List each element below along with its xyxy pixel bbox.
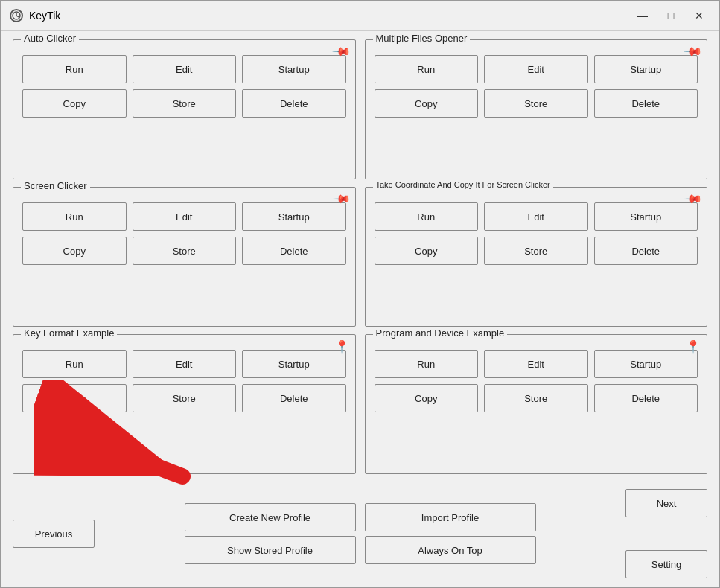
panel-program-device-title: Program and Device Example <box>373 327 508 339</box>
screen-clicker-delete-button[interactable]: Delete <box>242 237 346 265</box>
panel-program-device: Program and Device Example 📍 Run Edit St… <box>365 334 708 474</box>
multiple-files-delete-button[interactable]: Delete <box>594 89 698 118</box>
screen-clicker-row1: Run Edit Startup <box>22 202 346 231</box>
panel-program-device-buttons: Run Edit Startup Copy Store Delete <box>375 350 698 412</box>
key-format-row2: Copy Store Delete <box>22 384 346 412</box>
screen-clicker-edit-button[interactable]: Edit <box>133 202 237 231</box>
program-device-row1: Run Edit Startup <box>375 350 698 378</box>
import-alwayson-buttons: Import Profile Always On Top <box>365 503 536 564</box>
setting-button[interactable]: Setting <box>625 550 707 578</box>
auto-clicker-store-button[interactable]: Store <box>133 89 237 118</box>
key-format-edit-button[interactable]: Edit <box>133 350 237 378</box>
bottom-bar: Previous Create New Profile Show Stored … <box>1 483 719 587</box>
program-device-row2: Copy Store Delete <box>375 384 698 412</box>
panel-take-coordinate: Take Coordinate And Copy It For Screen C… <box>365 187 708 327</box>
show-stored-profile-button[interactable]: Show Stored Profile <box>185 536 356 564</box>
panel-multiple-files: Multiple Files Opener 📌 Run Edit Startup… <box>365 39 708 179</box>
previous-button[interactable]: Previous <box>13 520 95 548</box>
right-nav-area: Next Setting <box>625 489 707 578</box>
panel-take-coordinate-buttons: Run Edit Startup Copy Store Delete <box>375 202 698 265</box>
screen-clicker-copy-button[interactable]: Copy <box>22 237 127 265</box>
program-device-run-button[interactable]: Run <box>375 350 479 378</box>
key-format-run-button[interactable]: Run <box>22 350 127 378</box>
import-profile-button[interactable]: Import Profile <box>365 503 536 531</box>
program-device-store-button[interactable]: Store <box>484 384 588 412</box>
multiple-files-store-button[interactable]: Store <box>484 89 588 118</box>
take-coordinate-delete-button[interactable]: Delete <box>594 237 698 265</box>
minimize-button[interactable]: — <box>631 7 654 25</box>
take-coordinate-copy-button[interactable]: Copy <box>375 237 479 265</box>
panel-auto-clicker-title: Auto Clicker <box>21 33 79 44</box>
main-window: KeyTik — □ ✕ Auto Clicker 📌 Run Edit <box>0 0 720 588</box>
main-content: Auto Clicker 📌 Run Edit Startup Copy Sto… <box>1 31 719 483</box>
window-controls: — □ ✕ <box>631 7 710 25</box>
multiple-files-startup-button[interactable]: Startup <box>594 55 698 83</box>
key-format-startup-button[interactable]: Startup <box>242 350 346 378</box>
panel-screen-clicker-title: Screen Clicker <box>21 180 90 191</box>
screen-clicker-store-button[interactable]: Store <box>133 237 237 265</box>
multiple-files-run-button[interactable]: Run <box>375 55 479 83</box>
program-device-delete-button[interactable]: Delete <box>594 384 698 412</box>
panel-key-format-buttons: Run Edit Startup Copy Store Delete <box>22 350 346 412</box>
take-coordinate-row2: Copy Store Delete <box>375 237 698 265</box>
panel-multiple-files-title: Multiple Files Opener <box>373 33 471 44</box>
pin-program-device-icon[interactable]: 📍 <box>686 339 701 354</box>
take-coordinate-run-button[interactable]: Run <box>375 202 479 231</box>
screen-clicker-startup-button[interactable]: Startup <box>242 202 346 231</box>
screen-clicker-run-button[interactable]: Run <box>22 202 127 231</box>
bottom-row-nav: Previous Create New Profile Show Stored … <box>13 489 707 578</box>
panel-auto-clicker-buttons: Run Edit Startup Copy Store Delete <box>22 55 346 118</box>
take-coordinate-store-button[interactable]: Store <box>484 237 588 265</box>
panel-take-coordinate-title: Take Coordinate And Copy It For Screen C… <box>373 180 553 189</box>
program-device-edit-button[interactable]: Edit <box>484 350 588 378</box>
multiple-files-edit-button[interactable]: Edit <box>484 55 588 83</box>
program-device-startup-button[interactable]: Startup <box>594 350 698 378</box>
auto-clicker-row1: Run Edit Startup <box>22 55 346 83</box>
screen-clicker-row2: Copy Store Delete <box>22 237 346 265</box>
auto-clicker-run-button[interactable]: Run <box>22 55 127 83</box>
multiple-files-row1: Run Edit Startup <box>375 55 698 83</box>
auto-clicker-copy-button[interactable]: Copy <box>22 89 127 118</box>
key-format-delete-button[interactable]: Delete <box>242 384 346 412</box>
multiple-files-copy-button[interactable]: Copy <box>375 89 479 118</box>
app-title: KeyTik <box>29 10 631 22</box>
key-format-row1: Run Edit Startup <box>22 350 346 378</box>
create-new-profile-button[interactable]: Create New Profile <box>185 503 356 531</box>
panels-row-3: Key Format Example 📍 Run Edit Startup Co… <box>13 334 707 474</box>
svg-line-2 <box>16 16 19 17</box>
app-icon <box>10 9 23 22</box>
maximize-button[interactable]: □ <box>660 7 682 25</box>
panel-screen-clicker-buttons: Run Edit Startup Copy Store Delete <box>22 202 346 265</box>
panel-screen-clicker: Screen Clicker 📌 Run Edit Startup Copy S… <box>13 187 356 327</box>
panel-multiple-files-buttons: Run Edit Startup Copy Store Delete <box>375 55 698 118</box>
title-bar: KeyTik — □ ✕ <box>1 1 719 31</box>
auto-clicker-startup-button[interactable]: Startup <box>242 55 346 83</box>
take-coordinate-edit-button[interactable]: Edit <box>484 202 588 231</box>
center-bottom-area: Create New Profile Show Stored Profile I… <box>101 503 619 564</box>
close-button[interactable]: ✕ <box>688 7 710 25</box>
pin-key-format-icon[interactable]: 📍 <box>334 339 349 354</box>
panels-row-2: Screen Clicker 📌 Run Edit Startup Copy S… <box>13 187 707 327</box>
take-coordinate-startup-button[interactable]: Startup <box>594 202 698 231</box>
create-show-buttons: Create New Profile Show Stored Profile <box>185 503 356 564</box>
take-coordinate-row1: Run Edit Startup <box>375 202 698 231</box>
program-device-copy-button[interactable]: Copy <box>375 384 479 412</box>
panel-key-format: Key Format Example 📍 Run Edit Startup Co… <box>13 334 356 474</box>
key-format-store-button[interactable]: Store <box>133 384 237 412</box>
auto-clicker-row2: Copy Store Delete <box>22 89 346 118</box>
auto-clicker-delete-button[interactable]: Delete <box>242 89 346 118</box>
panel-key-format-title: Key Format Example <box>21 327 117 339</box>
panel-auto-clicker: Auto Clicker 📌 Run Edit Startup Copy Sto… <box>13 39 356 179</box>
multiple-files-row2: Copy Store Delete <box>375 89 698 118</box>
key-format-copy-button[interactable]: Copy <box>22 384 127 412</box>
panels-row-1: Auto Clicker 📌 Run Edit Startup Copy Sto… <box>13 39 707 179</box>
auto-clicker-edit-button[interactable]: Edit <box>133 55 237 83</box>
next-button[interactable]: Next <box>625 489 707 517</box>
always-on-top-button[interactable]: Always On Top <box>365 536 536 564</box>
